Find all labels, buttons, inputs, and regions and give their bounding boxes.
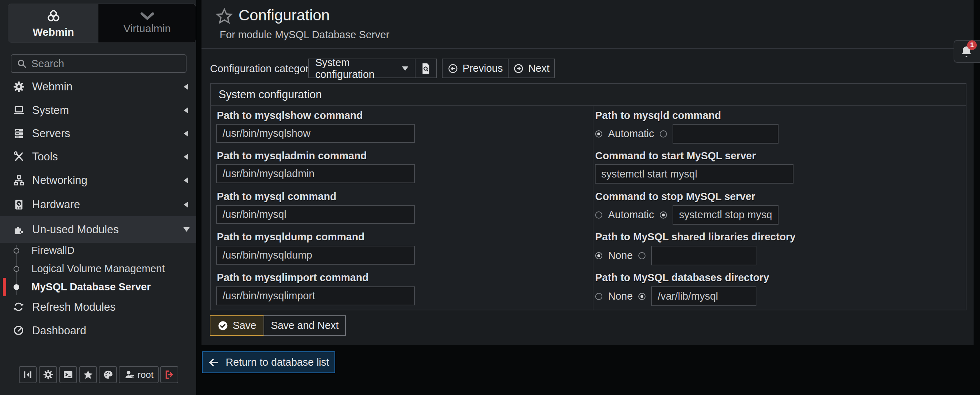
tab-virtualmin-label: Virtualmin [123, 22, 171, 35]
sidebar-subitem-lvm[interactable]: Logical Volume Management [0, 260, 196, 278]
save-label: Save [232, 320, 256, 331]
radio-custom[interactable] [660, 211, 667, 219]
collapse-sidebar-button[interactable] [19, 366, 37, 383]
return-to-database-list-button[interactable]: Return to database list [202, 352, 335, 373]
sidebar-item-refresh-modules[interactable]: Refresh Modules [0, 296, 196, 318]
subitem-label: Logical Volume Management [31, 263, 165, 275]
arrow-left-icon [208, 357, 220, 368]
databases-dir-row: None [595, 286, 756, 306]
notification-badge: 1 [967, 40, 977, 50]
circle-arrow-right-icon [513, 63, 524, 74]
field-label: Command to stop MySQL server [595, 191, 755, 203]
radio-custom[interactable] [660, 130, 667, 138]
product-tabs: Webmin Virtualmin [8, 3, 196, 43]
field-label: Path to mysqldump command [217, 231, 364, 243]
mysqlimport-path-input[interactable] [216, 286, 415, 305]
radio-none[interactable] [595, 252, 602, 259]
tab-webmin-label: Webmin [32, 26, 74, 38]
field-label: Path to mysql command [217, 191, 336, 203]
sidebar-item-label: Networking [32, 174, 88, 187]
field-label: Command to start MySQL server [595, 150, 756, 162]
shared-libs-input[interactable] [651, 246, 756, 265]
file-search-icon [421, 63, 431, 74]
favorites-button[interactable] [79, 366, 97, 383]
stop-command-input[interactable] [673, 205, 778, 225]
bullet-icon [14, 248, 19, 254]
chevron-left-icon [184, 83, 188, 90]
terminal-button[interactable] [59, 366, 77, 383]
mysql-path-input[interactable] [216, 205, 415, 224]
field-label: Path to mysqld command [595, 110, 721, 122]
user-button[interactable]: root [119, 366, 159, 383]
save-button[interactable]: Save [210, 315, 264, 336]
sidebar-item-hardware[interactable]: Hardware [0, 193, 196, 216]
category-select-value: System configuration [315, 57, 402, 80]
hard-drive-icon [13, 198, 25, 211]
radio-custom[interactable] [638, 252, 646, 259]
sidebar-item-label: Refresh Modules [32, 301, 116, 313]
config-panel: System configuration Path to mysqlshow c… [210, 83, 966, 310]
sun-gear-icon [43, 369, 54, 380]
server-rack-icon [13, 128, 25, 140]
palette-icon [103, 369, 113, 380]
laptop-icon [13, 104, 25, 117]
sidebar-item-tools[interactable]: Tools [0, 145, 196, 169]
mysqldump-path-input[interactable] [216, 246, 415, 265]
start-command-input[interactable] [595, 164, 794, 184]
radio-automatic[interactable] [595, 130, 602, 138]
tab-webmin[interactable]: Webmin [8, 4, 99, 43]
favorite-star-icon[interactable] [216, 8, 233, 25]
theme-settings-button[interactable] [39, 366, 57, 383]
webmin-logo-icon [46, 8, 61, 24]
save-and-next-label: Save and Next [270, 320, 339, 331]
sidebar-item-label: Un-used Modules [32, 223, 119, 236]
radio-label: None [608, 249, 633, 261]
sidebar-item-dashboard[interactable]: Dashboard [0, 320, 196, 342]
next-button[interactable]: Next [508, 59, 555, 78]
sidebar-item-webmin[interactable]: Webmin [0, 75, 196, 99]
chevron-left-icon [184, 130, 188, 137]
sidebar-item-label: Dashboard [32, 324, 86, 337]
field-label: Path to mysqlshow command [217, 110, 363, 122]
tab-virtualmin[interactable]: Virtualmin [99, 4, 196, 43]
panel-title: System configuration [211, 84, 966, 106]
file-search-button[interactable] [415, 59, 437, 78]
sidebar-item-label: Servers [32, 127, 70, 140]
previous-button[interactable]: Previous [442, 59, 509, 78]
page-subtitle: For module MySQL Database Server [220, 29, 390, 41]
user-gear-icon [124, 369, 135, 380]
search-input[interactable] [31, 58, 186, 70]
radio-label: None [608, 290, 633, 302]
radio-custom[interactable] [638, 293, 646, 300]
palette-button[interactable] [99, 366, 117, 383]
mysqlshow-path-input[interactable] [216, 124, 415, 143]
subitem-label: FirewallD [31, 245, 75, 256]
radio-automatic[interactable] [595, 211, 602, 219]
stop-command-row: Automatic [595, 205, 778, 225]
sidebar-item-networking[interactable]: Networking [0, 169, 196, 192]
chevron-down-icon [140, 12, 155, 20]
save-and-next-button[interactable]: Save and Next [264, 315, 346, 336]
sidebar-subitem-mysql[interactable]: MySQL Database Server [0, 278, 196, 296]
category-select[interactable]: System configuration [308, 59, 415, 78]
chevron-left-icon [184, 154, 188, 160]
logout-icon [164, 369, 175, 380]
sidebar-subitem-firewalld[interactable]: FirewallD [0, 241, 196, 260]
search-icon [16, 58, 27, 69]
field-label: Path to MySQL shared libraries directory [595, 231, 795, 243]
sidebar-item-label: Webmin [32, 80, 72, 93]
circle-arrow-left-icon [447, 63, 458, 74]
username: root [138, 369, 154, 381]
radio-none[interactable] [595, 293, 602, 300]
radio-label: Automatic [608, 128, 654, 140]
page-title: Configuration [239, 6, 330, 24]
mysqld-path-input[interactable] [673, 124, 778, 144]
sidebar-item-unused-modules[interactable]: Un-used Modules [0, 216, 196, 243]
sidebar-item-system[interactable]: System [0, 99, 196, 122]
sitemap-icon [13, 174, 25, 186]
sidebar: Webmin Virtualmin Webmin Syste [0, 0, 196, 395]
sidebar-item-servers[interactable]: Servers [0, 122, 196, 146]
mysqladmin-path-input[interactable] [216, 164, 415, 183]
logout-button[interactable] [160, 366, 178, 383]
databases-dir-input[interactable] [651, 286, 756, 306]
